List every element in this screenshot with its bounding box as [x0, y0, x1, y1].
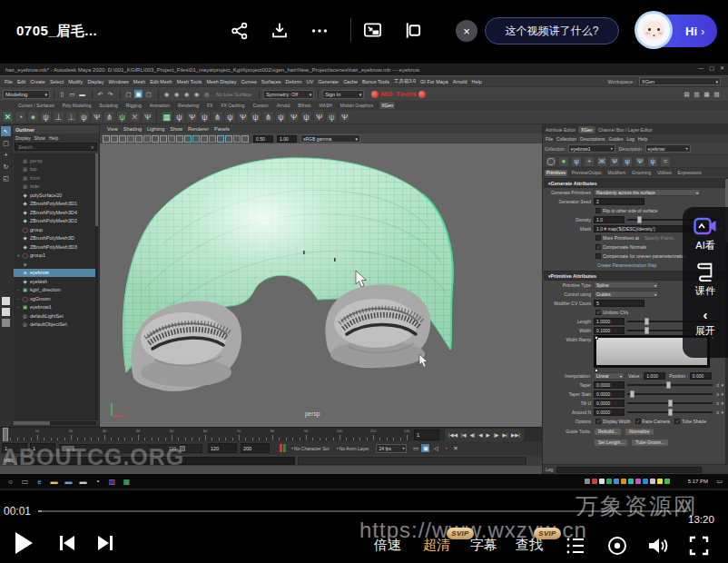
taskbar-app-icon[interactable]: e: [34, 476, 44, 487]
maya-menu-edit-mesh[interactable]: Edit Mesh: [150, 79, 172, 84]
viewport-toolbar-icon[interactable]: [241, 135, 249, 143]
shelf-tool-icon[interactable]: Ѱ: [237, 111, 249, 123]
notification-icon[interactable]: ▭: [716, 478, 723, 485]
viewport-toolbar-icon[interactable]: [103, 135, 110, 143]
shelf-tool-icon[interactable]: ⊥: [65, 111, 77, 123]
shelf-tool-icon[interactable]: ✕: [129, 111, 141, 123]
slider-handle[interactable]: [668, 400, 673, 407]
ai-question-pill[interactable]: 这个视频讲了什么?: [485, 17, 619, 44]
shelf-tool-icon[interactable]: ⋔: [103, 111, 115, 123]
checkbox[interactable]: ✓: [595, 244, 601, 250]
viewport-menu-renderer[interactable]: Renderer: [188, 126, 209, 132]
layout-shortcut-button[interactable]: [2, 308, 10, 316]
tray-icon[interactable]: [657, 479, 663, 484]
set-length-button[interactable]: Set Length...: [594, 439, 628, 447]
tray-icon[interactable]: [592, 479, 597, 484]
xgen-menu-file[interactable]: File: [546, 136, 553, 142]
maya-menu-mesh[interactable]: Mesh: [133, 79, 145, 84]
sign-in-button[interactable]: Sign In ▾: [322, 90, 364, 99]
panel-toggle-icon[interactable]: ▥: [693, 90, 701, 98]
expand-toggle-icon[interactable]: −: [15, 296, 22, 301]
tray-icon[interactable]: [643, 479, 648, 484]
maya-menu-bonus-tools[interactable]: Bonus Tools: [362, 79, 389, 84]
interpolation-dropdown[interactable]: Linear▾: [594, 372, 625, 380]
taskbar-app-icon[interactable]: ▬: [78, 476, 88, 487]
tray-icon[interactable]: [614, 479, 619, 484]
maya-menu-deform[interactable]: Deform: [286, 79, 302, 84]
tab-xgen[interactable]: XGen: [578, 126, 595, 133]
outliner-hscrollbar[interactable]: [14, 421, 96, 425]
shelf-tool-icon[interactable]: ψ: [40, 111, 52, 123]
ai-close-button[interactable]: ×: [456, 20, 477, 42]
shelf-tab-rigging[interactable]: Rigging: [124, 102, 143, 109]
shelf-tool-icon[interactable]: ψ: [275, 111, 287, 123]
symmetry-dropdown[interactable]: Symmetry: Off ▾: [263, 90, 314, 99]
shelf-tab-fx[interactable]: FX: [205, 102, 214, 109]
status-icon[interactable]: ▢: [124, 90, 133, 98]
map-button[interactable]: ≡: [717, 391, 720, 397]
taskbar-app-icon[interactable]: ◔: [93, 476, 103, 487]
window-button-item[interactable]: ✕: [720, 64, 724, 71]
playback-end-field[interactable]: 120: [208, 443, 237, 453]
maya-menu-generate[interactable]: Generate: [318, 79, 339, 84]
toolbox-tool-icon[interactable]: ◱: [1, 173, 11, 183]
record-button[interactable]: [606, 535, 628, 560]
danmaku-toggle-button[interactable]: [401, 19, 423, 41]
tab-channel-box-layer-editor[interactable]: Channel Box / Layer Editor: [595, 126, 655, 133]
outliner-item-side[interactable]: ▦side: [14, 183, 96, 192]
outliner-item-zbrushpolymesh3d4[interactable]: ◆ZBrushPolyMesh3D4: [14, 208, 96, 217]
tab-attribute-editor[interactable]: Attribute Editor: [543, 126, 578, 133]
outliner-item-persp[interactable]: ▦persp: [14, 156, 96, 165]
maya-menu-gi-for-maya[interactable]: GI For Maya: [420, 79, 448, 84]
shelf-tool-icon[interactable]: ψ: [326, 111, 338, 123]
section-header-generate-attributes[interactable]: ▾ Generate Attributes: [544, 178, 725, 188]
viewport-toolbar-icon[interactable]: [135, 135, 143, 143]
video-frame[interactable]: hair_eyebrow.mb* - Autodesk Maya 2020: D…: [0, 64, 728, 490]
set-key-icon[interactable]: [280, 444, 286, 452]
panel-toggle-icon[interactable]: ▦: [703, 90, 711, 98]
character-set-dropdown[interactable]: ▾ No Character Set: [291, 446, 330, 451]
viewport-toolbar-icon[interactable]: [168, 135, 175, 143]
colorspace-dropdown[interactable]: sRGB gamma ▾: [300, 134, 360, 143]
layout-shortcut-button[interactable]: [2, 319, 10, 327]
timeline-option-icon[interactable]: ▣: [421, 444, 429, 452]
outliner-item-group1[interactable]: +◯group1: [14, 252, 96, 261]
tray-icon[interactable]: [635, 479, 641, 484]
shelf-tool-icon[interactable]: ψ: [250, 111, 261, 123]
tray-icon[interactable]: [606, 479, 612, 484]
checkbox[interactable]: ✓: [595, 419, 601, 424]
viewport-toolbar-icon[interactable]: [111, 135, 118, 143]
viewport-toolbar-icon[interactable]: [184, 135, 192, 143]
timeline-option-icon[interactable]: ◁: [431, 444, 439, 452]
checkbox[interactable]: [595, 235, 601, 241]
collection-dropdown[interactable]: eyebrow1 ▾: [568, 144, 615, 153]
viewport-menu-show[interactable]: Show: [170, 126, 182, 132]
xgen-toolbar-icon[interactable]: ψ: [622, 156, 633, 167]
courseware-button[interactable]: 课件: [683, 262, 728, 298]
xgen-subtab-primitives[interactable]: Primitives: [545, 170, 567, 176]
shelf-tool-icon[interactable]: Ѱ: [288, 111, 300, 123]
maya-menu-cache[interactable]: Cache: [343, 79, 358, 84]
shelf-tool-icon[interactable]: ψ: [173, 111, 185, 123]
slider-handle[interactable]: [666, 381, 671, 389]
xgen-menu-guides[interactable]: Guides: [609, 136, 624, 142]
speed-button[interactable]: 倍速: [374, 537, 401, 554]
xgen-menu-log[interactable]: Log: [626, 136, 634, 142]
scroll-thumb[interactable]: [95, 153, 98, 226]
position-field[interactable]: 0.000: [690, 372, 712, 380]
taskbar-app-icon[interactable]: ▬: [49, 476, 59, 487]
status-icon[interactable]: ↶: [96, 90, 104, 98]
shelf-tool-icon[interactable]: ●: [27, 111, 39, 123]
maya-menu-create[interactable]: Create: [30, 79, 45, 84]
maya-menu-windows[interactable]: Windows: [108, 79, 128, 84]
shelf-tool-icon[interactable]: ✕: [2, 111, 14, 123]
rebuild-button[interactable]: Rebuild...: [594, 428, 622, 436]
xgen-subtab-modifiers[interactable]: Modifiers: [606, 170, 627, 176]
viewport-toolbar-icon[interactable]: [127, 135, 134, 143]
fps-dropdown[interactable]: 24 fps ▾: [376, 444, 407, 453]
current-frame-field[interactable]: 1: [414, 430, 439, 440]
time-slider[interactable]: 102030405060708090100110120 1 |◀◀|◀◀|◀▶|…: [0, 427, 542, 441]
toolbox-tool-icon[interactable]: ▢: [1, 138, 11, 148]
specify-points-button[interactable]: Specify Points...: [644, 235, 677, 241]
expand-toggle-icon[interactable]: −: [15, 304, 22, 310]
